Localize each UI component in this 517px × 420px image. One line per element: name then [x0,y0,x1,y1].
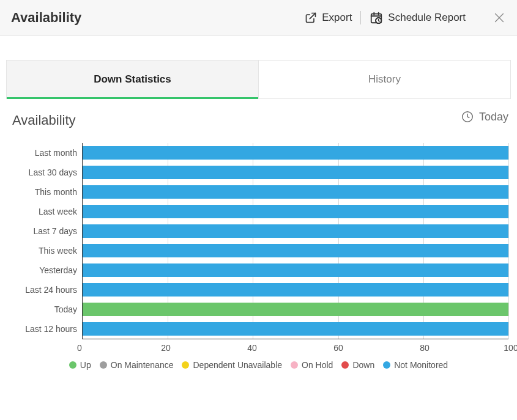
chart-bar-row [83,143,508,163]
chart-bar[interactable] [83,322,508,336]
legend-item[interactable]: Not Monitored [383,360,448,370]
chart-x-tick: 80 [420,343,430,353]
chart-y-label: Last 24 hours [9,280,82,300]
chart-y-label: Last 12 hours [9,319,82,339]
chart-y-label: Yesterday [9,260,82,280]
export-label: Export [322,12,352,24]
chart-bar-row [83,202,508,221]
chart-x-tick: 20 [161,343,171,353]
time-range-label: Today [479,111,508,123]
legend-swatch [100,361,107,369]
legend-item[interactable]: On Maintenance [100,360,174,370]
chart-bar-row [83,221,508,241]
legend-swatch [182,361,189,369]
clock-icon [461,110,474,123]
chart-bar[interactable] [83,166,508,179]
header-divider [360,11,361,24]
close-button[interactable] [493,11,506,24]
chart-bar[interactable] [83,205,508,218]
close-icon [493,11,506,24]
chart-bar[interactable] [83,263,508,277]
legend-label: On Hold [302,360,333,370]
export-icon [305,12,317,24]
export-button[interactable]: Export [305,12,352,24]
chart-area: Last monthLast 30 daysThis monthLast wee… [6,128,511,339]
schedule-report-button[interactable]: Schedule Report [370,11,466,24]
chart-bar-row [83,300,508,319]
page-title: Availability [11,10,305,26]
legend-label: Dependent Unavailable [193,360,282,370]
tab-bar: Down Statistics History [6,60,511,98]
chart-bar[interactable] [83,146,508,160]
legend-label: Not Monitored [394,360,448,370]
legend-swatch [341,361,349,369]
chart-bar[interactable] [83,244,508,257]
chart-y-label: Last week [9,202,82,221]
chart-bar[interactable] [83,303,508,316]
chart-y-label: Last 7 days [9,221,82,241]
legend-label: Up [80,360,91,370]
chart-bar[interactable] [83,224,508,238]
chart-y-label: Last 30 days [9,163,82,182]
legend-item[interactable]: Up [69,360,91,370]
chart-y-label: Today [9,300,82,319]
legend-item[interactable]: Down [341,360,374,370]
header-actions: Export Schedule Report [305,11,506,24]
chart-y-labels: Last monthLast 30 daysThis monthLast wee… [9,143,82,339]
legend-item[interactable]: Dependent Unavailable [182,360,282,370]
chart-bar-row [83,163,508,182]
chart-bar-row [83,319,508,339]
legend-swatch [291,361,298,369]
schedule-report-label: Schedule Report [388,12,466,24]
legend-item[interactable]: On Hold [291,360,333,370]
tab-label: Down Statistics [94,73,171,86]
chart-x-tick: 60 [333,343,343,353]
chart-x-tick: 0 [77,343,82,353]
chart-title: Availability [9,105,461,128]
chart-bar-row [83,241,508,260]
chart-y-label: This month [9,182,82,202]
time-range-button[interactable]: Today [461,110,508,123]
chart-bar[interactable] [83,185,508,199]
legend-label: Down [352,360,374,370]
chart-bar-row [83,280,508,300]
chart-x-tick: 40 [247,343,257,353]
chart-bar-row [83,260,508,280]
chart-bars [83,143,508,339]
chart-y-label: Last month [9,143,82,163]
chart-header-row: Availability Today [6,98,511,128]
chart-y-label: This week [9,241,82,260]
calendar-clock-icon [370,11,383,24]
page-body: Down Statistics History Availability Tod… [0,60,517,382]
tab-history[interactable]: History [259,61,510,98]
page-header: Availability Export [0,0,517,35]
legend-swatch [69,361,76,369]
chart-x-tick: 100 [504,343,517,353]
tab-down-statistics[interactable]: Down Statistics [7,61,259,98]
chart-plot [82,143,508,339]
legend-swatch [383,361,390,369]
chart-bar-row [83,182,508,202]
chart-bar[interactable] [83,283,508,297]
legend-label: On Maintenance [111,360,174,370]
tab-label: History [368,73,401,86]
